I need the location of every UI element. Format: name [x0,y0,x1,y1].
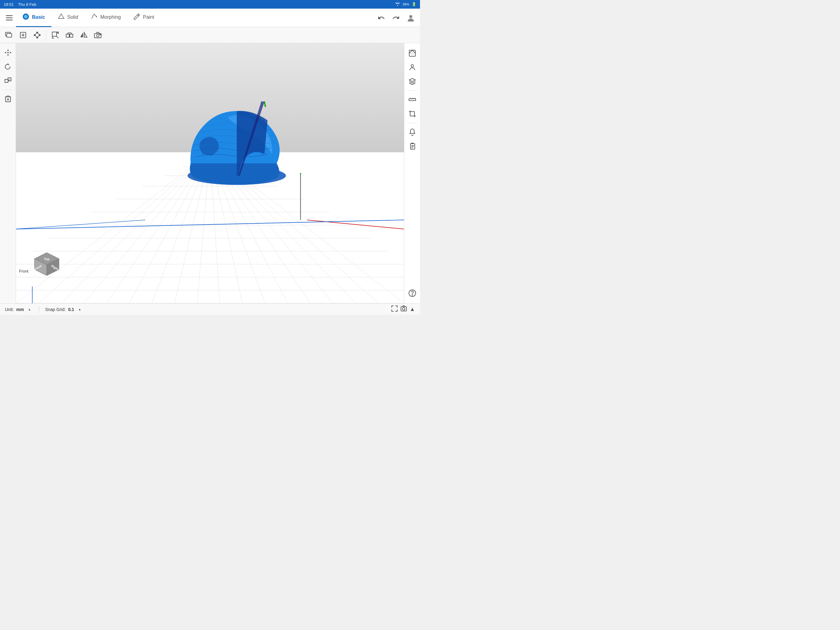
tab-basic[interactable]: Basic [16,9,51,27]
fullscreen-button[interactable] [391,305,398,313]
expand-button[interactable]: ▲ [409,306,415,313]
svg-marker-34 [10,52,11,54]
svg-rect-36 [5,79,8,82]
toolbar-scene-button[interactable] [2,28,15,41]
toolbar-mirror-button[interactable] [77,28,90,41]
svg-rect-20 [66,34,69,37]
status-date: Thu 8 Feb [18,2,36,7]
toolbar-group-button[interactable] [63,28,76,41]
tab-solid[interactable]: Solid [51,9,85,27]
right-panel [404,43,420,303]
snap-value: 0.1 [68,307,74,312]
tab-paint[interactable]: Paint [127,9,160,27]
svg-marker-2 [58,14,64,19]
toolbar [0,27,420,43]
svg-rect-39 [6,97,11,102]
basic-icon [22,13,30,22]
battery-icon: 🔋 [412,2,416,6]
cube-front-label: Front [19,269,28,274]
hamburger-button[interactable] [2,11,16,25]
scale-button[interactable] [2,75,14,87]
svg-marker-26 [84,33,87,37]
left-panel [0,43,16,303]
nav-actions [374,11,418,25]
rotate-button[interactable] [2,61,14,73]
scene-canvas: Top Front Right Front [16,43,404,303]
tab-paint-label: Paint [143,14,154,20]
svg-marker-33 [5,52,6,54]
tab-solid-label: Solid [67,14,78,20]
help-button[interactable] [406,287,419,300]
svg-marker-25 [80,33,83,37]
svg-point-4 [409,15,412,18]
svg-text:Top: Top [44,258,49,261]
crop-button[interactable] [406,108,419,120]
bottom-bar: Unit: mm ▲ Snap Grid: 0.1 ▲ ▲ [0,303,420,315]
status-time-date: 19:51 Thu 8 Feb [4,2,395,7]
unit-up-arrow[interactable]: ▲ [27,306,33,313]
tab-morphing[interactable]: Morphing [84,9,127,27]
svg-point-104 [403,308,405,310]
battery-percent: 39% [403,2,409,6]
bottom-separator [39,306,39,313]
toolbar-transform-button[interactable] [49,28,62,41]
delete-button[interactable] [2,93,14,105]
svg-point-3 [96,16,97,17]
snap-label: Snap Grid: [45,307,66,312]
clipboard-button[interactable] [406,140,419,153]
bottom-right-actions: ▲ [391,305,415,313]
right-separator-1 [407,90,417,91]
status-bar: 19:51 Thu 8 Feb 39% 🔋 [0,0,420,9]
tab-basic-label: Basic [32,14,45,20]
svg-marker-89 [409,78,415,82]
paint-icon [133,13,141,22]
morphing-icon [90,13,98,22]
status-time: 19:51 [4,2,14,7]
svg-point-88 [411,65,414,67]
undo-button[interactable] [374,11,388,25]
left-separator [3,90,13,90]
unit-value: mm [16,307,24,312]
nav-tabs: Basic Solid Morphing [16,9,374,27]
nav-bar: Basic Solid Morphing [0,9,420,27]
screenshot-button[interactable] [400,305,407,313]
right-separator-2 [407,123,417,123]
redo-button[interactable] [389,11,403,25]
svg-line-80 [264,102,265,106]
nav-cube[interactable]: Top Front Right Front [28,248,65,285]
svg-marker-31 [7,49,9,51]
svg-point-1 [24,15,28,19]
solid-icon [57,13,65,22]
main-area: Top Front Right Front [0,43,420,303]
snap-up-arrow[interactable]: ▲ [77,306,83,313]
notifications-button[interactable] [406,125,419,138]
svg-line-75 [16,220,404,229]
move-button[interactable] [2,47,14,59]
svg-line-14 [35,33,37,35]
viewport[interactable]: Top Front Right Front [16,43,404,303]
unit-label: Unit: [5,307,14,312]
status-right: 39% 🔋 [395,2,416,7]
svg-rect-6 [7,33,12,37]
svg-point-29 [96,35,99,37]
svg-rect-21 [70,34,73,37]
svg-line-16 [37,35,39,38]
svg-rect-18 [52,32,57,36]
layers-button[interactable] [406,75,419,88]
y-axis-left [32,287,33,303]
svg-line-17 [35,35,37,38]
svg-rect-35 [7,52,9,53]
svg-point-102 [412,295,413,295]
profile-button[interactable] [404,11,418,25]
3d-view-button[interactable] [406,47,419,60]
3d-object[interactable] [166,86,295,194]
svg-marker-32 [7,54,9,56]
ruler-button[interactable] [406,93,419,106]
toolbar-camera-button[interactable] [91,28,104,41]
tab-morphing-label: Morphing [100,14,121,20]
toolbar-vertices-button[interactable] [31,28,44,41]
toolbar-separator-1 [46,30,46,40]
toolbar-add-button[interactable] [17,28,30,41]
svg-line-15 [37,33,39,35]
object-properties-button[interactable] [406,61,419,74]
